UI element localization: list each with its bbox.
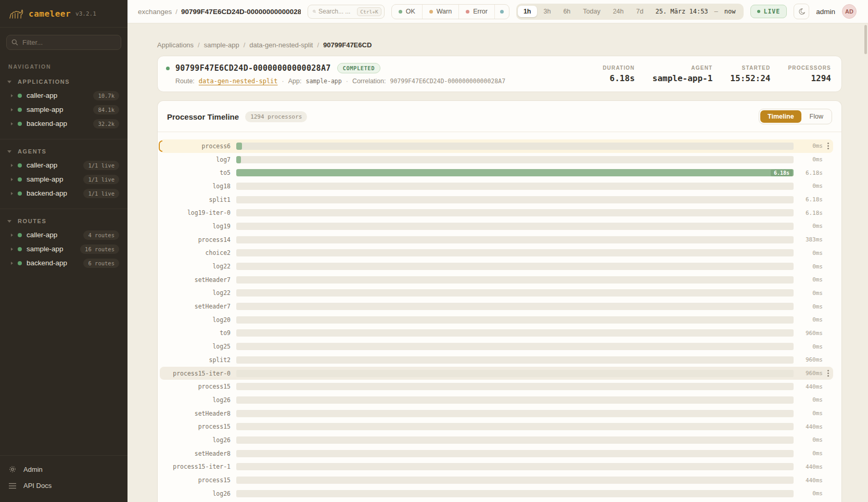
breadcrumb-item[interactable]: data-gen-nested-split (249, 41, 313, 49)
timeline-row[interactable]: process15-iter-0 960ms (160, 367, 833, 380)
status-filter[interactable] (494, 5, 509, 19)
search-box[interactable]: Ctrl+K (308, 5, 385, 19)
timeline-row[interactable]: log19-iter-0 6.18s (160, 206, 833, 220)
meta-separator: · (346, 78, 348, 85)
timeline-row[interactable]: setHeader7 0ms (160, 300, 833, 313)
processor-name: log7 (160, 156, 236, 163)
breadcrumb-exchange-id: 90799F47E6CD24D-00000000000028A7 (181, 8, 301, 16)
kebab-icon (827, 145, 829, 147)
live-badge[interactable]: LIVE (750, 5, 787, 18)
time-range-button[interactable]: 3h (538, 6, 557, 17)
row-menu[interactable] (823, 372, 833, 374)
sidebar-section-header[interactable]: ROUTES (6, 215, 121, 228)
duration-value: 0ms (794, 183, 823, 189)
sidebar-section-header[interactable]: AGENTS (6, 146, 121, 158)
topbar: exchanges / 90799F47E6CD24D-000000000000… (127, 0, 868, 23)
logo: cameleer v3.2.1 (0, 0, 127, 28)
sidebar-item[interactable]: caller-app 10.7k (6, 88, 121, 102)
timeline-row[interactable]: setHeader8 0ms (160, 407, 833, 420)
sidebar-item[interactable]: sample-app 84.1k (6, 102, 121, 117)
exchange-card: 90799F47E6CD24D-00000000000028A7 COMPLET… (157, 56, 842, 92)
duration-value: 440ms (794, 477, 823, 484)
sidebar-item[interactable]: sample-app 16 routes (6, 242, 121, 256)
timeline-row[interactable]: log26 0ms (160, 433, 833, 447)
app-name: cameleer (29, 9, 71, 19)
timeline-row[interactable]: log7 0ms (160, 153, 833, 166)
timeline-track (236, 276, 794, 284)
status-dot (18, 94, 22, 98)
timeline-row[interactable]: process15 440ms (160, 420, 833, 433)
row-menu[interactable] (823, 145, 833, 147)
timeline-row[interactable]: log26 0ms (160, 393, 833, 407)
sidebar-footer-item[interactable]: API Docs (8, 478, 119, 494)
status-filter[interactable]: OK (392, 5, 422, 19)
timeline-row[interactable]: log19 0ms (160, 220, 833, 233)
timeline-row[interactable]: to9 960ms (160, 327, 833, 340)
sidebar-item[interactable]: backend-app 6 routes (6, 256, 121, 270)
sidebar-item[interactable]: backend-app 32.2k (6, 117, 121, 131)
view-toggle-button[interactable]: Flow (802, 110, 831, 123)
breadcrumb-separator: / (317, 41, 319, 49)
sidebar-section-label: ROUTES (18, 218, 46, 224)
timeline-row[interactable]: process15 440ms (160, 380, 833, 393)
stat-label: PROCESSORS (788, 65, 831, 71)
theme-toggle-button[interactable] (794, 4, 809, 19)
sidebar-item-label: sample-app (27, 175, 79, 183)
sidebar-section: AGENTS caller-app 1/1 live (0, 139, 127, 205)
sidebar-footer-item[interactable]: Admin (8, 461, 119, 478)
timeline-row[interactable]: to5 6.18s 6.18s (160, 166, 833, 179)
view-toggle-button[interactable]: Timeline (760, 110, 801, 123)
timeline-row[interactable]: split1 6.18s (160, 193, 833, 207)
timeline-row[interactable]: process6 0ms (160, 139, 833, 153)
time-range-button[interactable]: 1h (518, 6, 537, 17)
breadcrumb-item[interactable]: Applications (157, 41, 194, 49)
exchange-status-dot (166, 67, 170, 70)
timeline-row[interactable]: setHeader8 0ms (160, 447, 833, 460)
timeline-row[interactable]: log22 0ms (160, 260, 833, 273)
exchange-id: 90799F47E6CD24D-00000000000028A7 (175, 63, 331, 73)
processor-name: split2 (160, 356, 236, 364)
timeline-row[interactable]: setHeader7 0ms (160, 273, 833, 287)
timeline-track (236, 289, 794, 297)
duration-value: 0ms (794, 303, 823, 310)
route-link[interactable]: data-gen-nested-split (199, 78, 278, 85)
sidebar-item-label: sample-app (27, 245, 75, 253)
timeline-row[interactable]: process15-iter-1 440ms (160, 460, 833, 474)
timeline-row[interactable]: log25 0ms (160, 340, 833, 353)
time-range-button[interactable]: 6h (557, 6, 576, 17)
breadcrumb-item[interactable]: sample-app (204, 41, 239, 49)
duration-bar (236, 143, 242, 150)
time-range-button[interactable]: 7d (631, 6, 649, 17)
time-range-button[interactable]: 24h (607, 6, 630, 17)
search-input[interactable] (318, 8, 354, 15)
filter-input[interactable] (6, 35, 121, 50)
breadcrumb-section[interactable]: exchanges (138, 8, 172, 16)
timeline-row[interactable]: choice2 0ms (160, 247, 833, 260)
correlation-value: 90799F47E6CD24D-00000000000028A7 (390, 78, 506, 85)
timeline-row[interactable]: split2 960ms (160, 353, 833, 367)
timeline-track (236, 396, 794, 404)
status-dot (18, 261, 22, 265)
sidebar-item[interactable]: sample-app 1/1 live (6, 172, 121, 186)
timeline-row[interactable]: log18 0ms (160, 179, 833, 193)
timeline-row[interactable]: log26 0ms (160, 487, 833, 500)
status-filter[interactable]: Error (458, 5, 494, 19)
sidebar-item[interactable]: backend-app 1/1 live (6, 186, 121, 200)
stat: PROCESSORS 1294 (788, 65, 831, 83)
exchange-stats: DURATION 6.18s AGENT sample-app-1 STARTE… (603, 65, 831, 83)
timeline-row[interactable]: process15 440ms (160, 473, 833, 487)
selection-bracket (159, 140, 162, 152)
avatar[interactable]: AD (842, 4, 857, 19)
duration-value: 960ms (794, 330, 823, 337)
time-range-button[interactable]: Today (577, 6, 606, 17)
sidebar-item[interactable]: caller-app 4 routes (6, 228, 121, 242)
sidebar-item[interactable]: caller-app 1/1 live (6, 158, 121, 172)
chevron-right-icon (11, 262, 13, 265)
breadcrumb-item[interactable]: 90799F47E6CD (323, 41, 372, 49)
timeline-row[interactable]: process14 383ms (160, 233, 833, 247)
sidebar-section-header[interactable]: APPLICATIONS (6, 76, 121, 88)
timeline-row[interactable]: log20 0ms (160, 313, 833, 327)
timeline-row[interactable]: log22 0ms (160, 287, 833, 300)
duration-value: 0ms (794, 396, 823, 403)
status-filter[interactable]: Warn (422, 5, 458, 19)
